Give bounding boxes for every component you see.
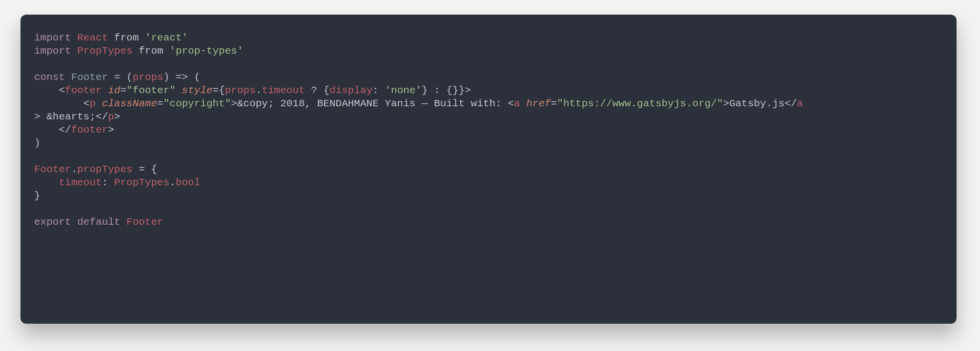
tag-footer-close: footer (71, 124, 108, 136)
keyword-from: from (139, 45, 163, 57)
wrap-text: > &hearts; (34, 111, 96, 122)
prop-proptypes: propTypes (77, 164, 132, 175)
code-block: import React from 'react' import PropTyp… (34, 31, 943, 229)
string: 'prop-types' (169, 45, 243, 57)
tag-footer: footer (65, 85, 102, 96)
indent (34, 124, 59, 136)
attr-href: href (526, 98, 551, 109)
indent (34, 177, 59, 188)
link-text: Gatsby.js (729, 98, 784, 109)
code-card: import React from 'react' import PropTyp… (20, 15, 957, 324)
key-display: display (329, 85, 372, 96)
keyword-import: import (34, 32, 71, 43)
keyword-import: import (34, 45, 71, 57)
tag-a: a (514, 98, 520, 109)
timeout: timeout (262, 85, 305, 96)
indent (34, 98, 83, 109)
bool: bool (176, 177, 200, 188)
indent (34, 85, 59, 96)
ident-footer: Footer (126, 216, 163, 228)
paren: ( (194, 72, 201, 83)
key-timeout: timeout (59, 177, 102, 188)
ident-proptypes: PropTypes (77, 45, 132, 57)
attr-classname: className (102, 98, 157, 109)
param-props: props (133, 72, 163, 83)
equals: = (114, 72, 121, 83)
proptypes-ref: PropTypes (114, 177, 169, 188)
empty-obj: {} (447, 85, 459, 96)
ident-react: React (77, 32, 108, 43)
keyword-default: default (77, 216, 120, 228)
paren-close: ) (34, 137, 41, 149)
tag-open: < (59, 85, 65, 96)
tag-p: p (89, 98, 96, 109)
keyword-const: const (34, 72, 65, 83)
string: 'react' (145, 32, 188, 43)
text-copyright: &copy; 2018, BENDAHMANE Yanis — Built wi… (237, 98, 508, 109)
attr-style: style (182, 85, 213, 96)
paren: ( (126, 72, 133, 83)
attr-id: id (108, 85, 120, 96)
string-none: 'none' (385, 85, 422, 96)
attr-value: "copyright" (163, 98, 231, 109)
attr-value-url: "https://www.gatsbyjs.org/" (557, 98, 723, 109)
attr-value: "footer" (126, 85, 176, 96)
keyword-from: from (114, 32, 139, 43)
ident-footer: Footer (71, 72, 108, 83)
brace-close: } (34, 190, 41, 201)
ident-footer: Footer (34, 164, 71, 175)
keyword-export: export (34, 216, 71, 228)
paren: ) (163, 72, 170, 83)
arrow: => (176, 72, 188, 83)
props: props (225, 85, 256, 96)
